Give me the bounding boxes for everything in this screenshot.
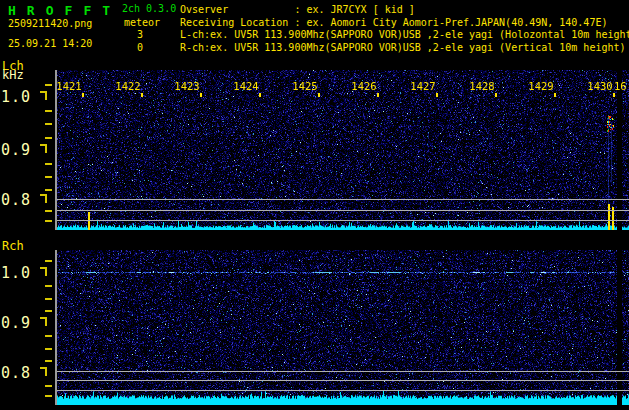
- time-tick: [141, 93, 143, 97]
- freq-minor-tick: [45, 163, 52, 165]
- reference-line: [57, 220, 629, 221]
- time-label-1424: 1424: [233, 80, 258, 92]
- meteor-count-short: 0: [137, 42, 143, 53]
- freq-major-tick: [40, 144, 47, 153]
- lch-freq-label-0_8: 0.8: [1, 193, 31, 207]
- time-tick: [377, 93, 379, 97]
- lch-freq-label-1_0: 1.0: [1, 90, 31, 104]
- rch-rig-line: R-ch:ex. UV5R 113.900Mhz(SAPPORO VOR)USB…: [180, 42, 629, 55]
- rch-freq-label-0_8: 0.8: [1, 366, 31, 380]
- freq-minor-tick: [45, 385, 52, 387]
- time-label-partial: 16: [614, 80, 627, 92]
- datetime-label: 25.09.21 14:20: [8, 38, 92, 49]
- meteor-count-long: 3: [137, 29, 143, 40]
- time-label-1422: 1422: [115, 80, 140, 92]
- time-label-1430: 1430: [587, 80, 612, 92]
- lch-rig-line: L-ch:ex. UV5R 113.900Mhz(SAPPORO VOR)USB…: [180, 29, 629, 42]
- time-tick: [82, 93, 84, 97]
- reference-line: [57, 390, 629, 391]
- time-label-1423: 1423: [174, 80, 199, 92]
- time-label-1421: 1421: [56, 80, 81, 92]
- rch-spectrogram: [57, 250, 629, 405]
- freq-minor-tick: [45, 298, 52, 300]
- app-version: 2ch 0.3.0: [122, 3, 176, 14]
- time-label-1426: 1426: [351, 80, 376, 92]
- reference-line: [57, 210, 629, 211]
- freq-minor-tick: [45, 137, 52, 139]
- freq-major-tick: [40, 267, 47, 276]
- time-tick: [554, 93, 556, 97]
- observer-line: Ovserver : ex. JR7CYX [ kid ]: [180, 4, 629, 17]
- time-tick: [495, 93, 497, 97]
- lch-freq-axis-line: [55, 70, 57, 230]
- time-label-1427: 1427: [410, 80, 435, 92]
- mode-label: meteor: [124, 17, 160, 28]
- freq-minor-tick: [45, 335, 52, 337]
- freq-minor-tick: [45, 84, 52, 86]
- station-info: Ovserver : ex. JR7CYX [ kid ] Receiving …: [180, 4, 629, 55]
- freq-minor-tick: [45, 360, 52, 362]
- rch-freq-axis-line: [55, 250, 57, 405]
- freq-minor-tick: [45, 210, 52, 212]
- freq-major-tick: [40, 367, 47, 376]
- freq-major-tick: [40, 317, 47, 326]
- freq-minor-tick: [45, 348, 52, 350]
- freq-minor-tick: [45, 285, 52, 287]
- time-tick: [318, 93, 320, 97]
- reference-line: [57, 371, 629, 372]
- time-tick: [200, 93, 202, 97]
- time-label-1429: 1429: [528, 80, 553, 92]
- rch-freq-label-1_0: 1.0: [1, 266, 31, 280]
- freq-minor-tick: [45, 176, 52, 178]
- lch-freq-label-0_9: 0.9: [1, 143, 31, 157]
- freq-minor-tick: [45, 123, 52, 125]
- freq-minor-tick: [45, 395, 52, 397]
- freq-major-tick: [40, 91, 47, 100]
- freq-minor-tick: [45, 220, 52, 222]
- freq-minor-tick: [45, 260, 52, 262]
- freq-minor-tick: [45, 189, 52, 191]
- time-label-1425: 1425: [292, 80, 317, 92]
- freq-minor-tick: [45, 310, 52, 312]
- time-tick: [436, 93, 438, 97]
- freq-minor-tick: [45, 110, 52, 112]
- rch-panel-label: Rch: [2, 241, 24, 252]
- freq-major-tick: [40, 194, 47, 203]
- time-tick: [259, 93, 261, 97]
- time-label-1428: 1428: [469, 80, 494, 92]
- app-title: H R O F F T: [8, 3, 112, 18]
- rch-freq-label-0_9: 0.9: [1, 316, 31, 330]
- reference-line: [57, 380, 629, 381]
- reference-line: [57, 199, 629, 200]
- khz-unit-label: kHz: [2, 70, 24, 81]
- output-filename: 2509211420.png: [8, 18, 92, 29]
- time-tick: [613, 93, 615, 97]
- location-line: Receiving Location : ex. Aomori City Aom…: [180, 17, 629, 30]
- hrofft-screen: H R O F F T 2ch 0.3.0 2509211420.png met…: [0, 0, 629, 410]
